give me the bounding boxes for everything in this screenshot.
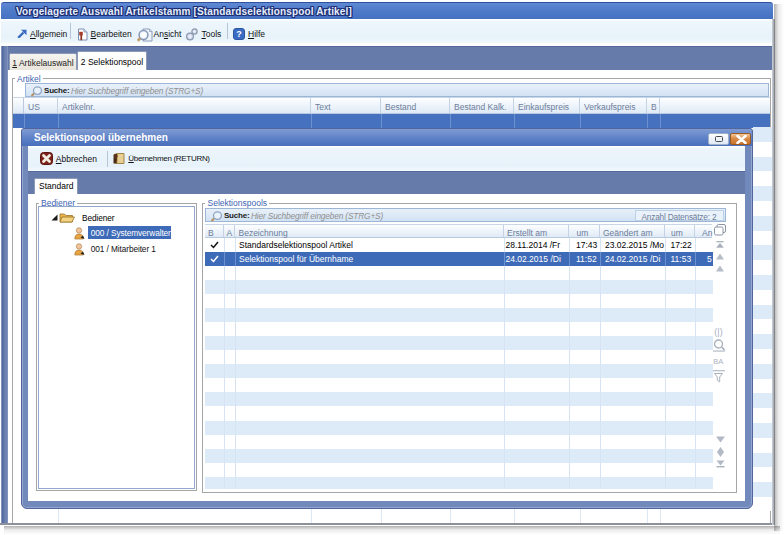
svg-text:?: ? <box>236 29 242 39</box>
